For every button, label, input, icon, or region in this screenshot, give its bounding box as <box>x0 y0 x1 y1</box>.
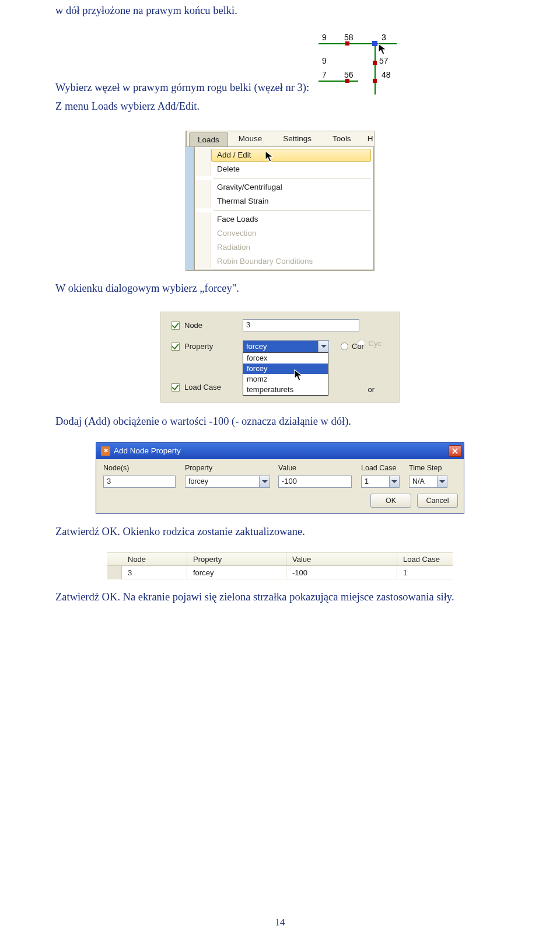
page-number: 14 <box>0 917 560 928</box>
checkbox-property[interactable] <box>172 343 180 351</box>
node-label: 48 <box>382 70 391 79</box>
menu-item-delete[interactable]: Delete <box>195 162 373 176</box>
col-header-property: Property <box>185 464 278 476</box>
paragraph: Zatwierdź OK. Na ekranie pojawi się ziel… <box>55 590 505 605</box>
label-or: or <box>368 385 374 394</box>
col-header-property[interactable]: Property <box>187 553 286 565</box>
col-header-value[interactable]: Value <box>286 553 397 565</box>
node-label: 56 <box>344 70 354 79</box>
col-header-timestep: Time Step <box>409 464 454 476</box>
menu-item-label: Add / Edit <box>211 151 251 159</box>
combo-value: forcey <box>243 341 318 352</box>
menu-item-convection: Convection <box>195 226 373 240</box>
table-row[interactable]: 3 forcey -100 1 <box>107 566 453 579</box>
cell-loadcase: 1 <box>397 566 453 579</box>
menu-item-label: Gravity/Centrifugal <box>211 183 282 191</box>
radio-label: Cor <box>352 342 364 351</box>
node-label: 9 <box>322 33 327 42</box>
menu-separator <box>214 178 371 179</box>
menu-screenshot: Loads Mouse Settings Tools H Add / Edit … <box>186 131 374 271</box>
col-header-value: Value <box>278 464 361 476</box>
paragraph: Z menu Loads wybierz Add/Edit. <box>55 99 505 114</box>
combo-property-list[interactable]: forcex forcey momz temperaturets <box>243 352 328 396</box>
combo-option[interactable]: forcex <box>243 353 328 364</box>
combo-option[interactable]: forcey <box>243 364 328 374</box>
input-value[interactable]: -100 <box>278 476 352 488</box>
combo-option[interactable]: temperaturets <box>243 385 328 395</box>
menu-separator <box>214 210 371 211</box>
label-loadcase: Load Case <box>184 383 243 392</box>
menu-settings[interactable]: Settings <box>272 131 322 146</box>
cancel-button[interactable]: Cancel <box>417 494 458 508</box>
checkbox-loadcase[interactable] <box>172 383 180 392</box>
menu-mouse[interactable]: Mouse <box>228 131 273 146</box>
menu-item-label: Radiation <box>211 243 250 251</box>
table-header-row: Node Property Value Load Case <box>107 552 453 566</box>
app-icon: ✶ <box>101 446 110 456</box>
combo-property[interactable]: forcey <box>243 340 329 352</box>
col-header-node[interactable]: Node <box>122 553 187 565</box>
menu-item-label: Face Loads <box>211 215 258 223</box>
menu-loads[interactable]: Loads <box>189 132 228 146</box>
cell-value: -100 <box>286 566 397 579</box>
node-label: 9 <box>322 56 327 65</box>
property-panel-screenshot: Node 3 Property forcey Cor forcex forcey… <box>160 312 400 403</box>
menu-item-faceloads[interactable]: Face Loads <box>195 212 373 226</box>
close-icon[interactable] <box>449 445 461 457</box>
listview-screenshot: Node Property Value Load Case 3 forcey -… <box>107 552 453 579</box>
menu-item-label: Robin Boundary Conditions <box>211 257 313 265</box>
col-header-loadcase[interactable]: Load Case <box>397 553 453 565</box>
chevron-down-icon[interactable] <box>389 476 399 487</box>
combo-value: forcey <box>186 476 259 487</box>
checkbox-node[interactable] <box>172 322 180 330</box>
paragraph: Wybierz węzeł w prawym górnym rogu belki… <box>55 81 309 96</box>
combo-timestep[interactable]: N/A <box>409 476 447 488</box>
menu-item-gravity[interactable]: Gravity/Centrifugal <box>195 180 373 194</box>
label-node: Node <box>184 321 243 330</box>
node-diagram-figure: 9 58 3 9 57 7 56 48 <box>316 33 399 97</box>
node-label: 3 <box>382 33 386 42</box>
paragraph: Zatwierdź OK. Okienko rodzica zostanie z… <box>55 525 505 540</box>
menu-item-thermal[interactable]: Thermal Strain <box>195 194 373 208</box>
label-property: Property <box>184 342 243 351</box>
dialog-title: Add Node Property <box>114 446 181 455</box>
paragraph: Dodaj (Add) obciążenie o wartości -100 (… <box>55 414 505 429</box>
node-label: 57 <box>379 56 388 65</box>
chevron-down-icon[interactable] <box>259 476 270 487</box>
combo-property[interactable]: forcey <box>185 476 270 488</box>
combo-option[interactable]: momz <box>243 374 328 385</box>
menu-item-label: Delete <box>211 165 240 173</box>
cell-node: 3 <box>122 566 187 579</box>
ok-button[interactable]: OK <box>370 494 411 508</box>
col-header-nodes: Node(s) <box>103 464 185 476</box>
menu-item-robin: Robin Boundary Conditions <box>195 254 373 268</box>
col-header-loadcase: Load Case <box>361 464 409 476</box>
input-node[interactable]: 3 <box>243 319 359 331</box>
add-node-property-dialog: ✶ Add Node Property Node(s) 3 Property f… <box>96 442 464 514</box>
cell-property: forcey <box>187 566 286 579</box>
input-nodes[interactable]: 3 <box>103 476 176 488</box>
node-label: 7 <box>322 70 327 79</box>
combo-loadcase[interactable]: 1 <box>361 476 400 488</box>
menu-tools[interactable]: Tools <box>322 131 362 146</box>
menu-item-label: Convection <box>211 229 257 237</box>
dialog-titlebar[interactable]: ✶ Add Node Property <box>96 443 464 459</box>
chevron-down-icon[interactable] <box>318 341 328 352</box>
paragraph: W okienku dialogowym wybierz „forcey". <box>55 281 505 296</box>
menu-item-radiation: Radiation <box>195 240 373 254</box>
menu-item-add-edit[interactable]: Add / Edit <box>195 148 373 162</box>
menu-h[interactable]: H <box>362 131 384 146</box>
radio-cor[interactable]: Cor <box>341 342 364 351</box>
menu-item-label: Thermal Strain <box>211 197 269 205</box>
cursor-icon <box>265 151 275 163</box>
node-label: 58 <box>344 33 354 42</box>
cursor-icon <box>294 369 304 382</box>
combo-value: N/A <box>410 476 437 487</box>
cursor-icon <box>378 43 388 56</box>
paragraph: w dół przyłożone na prawym końcu belki. <box>55 4 505 19</box>
combo-value: 1 <box>362 476 389 487</box>
chevron-down-icon[interactable] <box>437 476 447 487</box>
